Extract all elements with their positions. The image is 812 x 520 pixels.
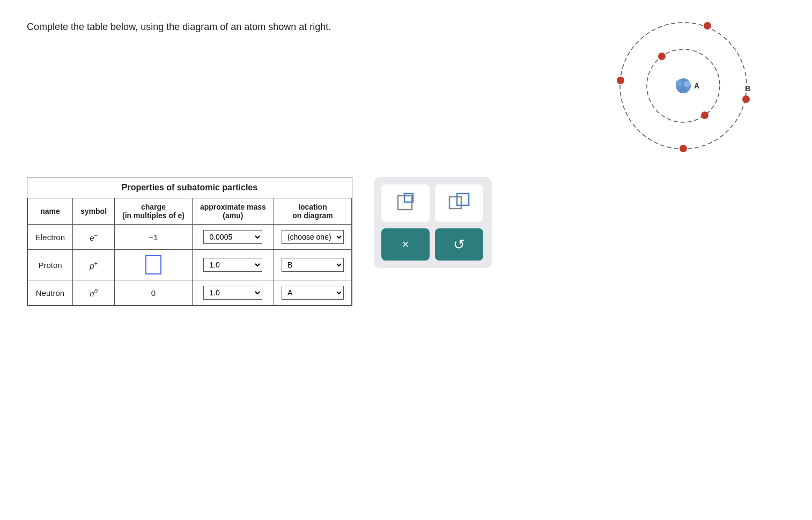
proton-symbol: p+ [73, 250, 115, 280]
bottom-section: Properties of subatomic particles name s… [27, 177, 785, 306]
label-B: B [745, 84, 750, 93]
svg-point-7 [701, 112, 708, 119]
electron-row: Electron e− −1 0.0005 1.0 [28, 225, 352, 250]
electron-mass-select[interactable]: 0.0005 1.0 [203, 230, 262, 244]
svg-point-6 [658, 53, 666, 60]
header-mass: approximate mass (amu) [192, 198, 274, 225]
proton-mass-select[interactable]: 1.0 0.0005 [203, 258, 262, 272]
neutron-charge: 0 [115, 280, 193, 306]
header-charge: charge (in multiples of e) [115, 198, 193, 225]
main-container: Complete the table below, using the diag… [0, 0, 812, 328]
header-location: location on diagram [274, 198, 351, 225]
electron-name: Electron [28, 225, 73, 250]
clear-button[interactable]: × [381, 228, 430, 261]
neutron-mass-select[interactable]: 1.0 0.0005 [203, 286, 262, 300]
svg-point-4 [684, 81, 690, 87]
top-section: Complete the table below, using the diag… [27, 21, 785, 155]
proton-charge-cell [115, 250, 193, 280]
header-symbol: symbol [73, 198, 115, 225]
table-header-row: name symbol charge (in multiples of e) a… [28, 198, 352, 225]
properties-table: Properties of subatomic particles name s… [27, 177, 352, 306]
svg-point-8 [704, 22, 711, 29]
proton-location-cell: B A (choose one) [274, 250, 351, 280]
table-title-row: Properties of subatomic particles [28, 177, 352, 198]
proton-location-select[interactable]: B A (choose one) [282, 258, 344, 272]
proton-row: Proton p+ 1.0 0.0005 [28, 250, 352, 280]
reset-button[interactable]: ↺ [435, 228, 483, 261]
neutron-location-select[interactable]: A B (choose one) [282, 286, 344, 300]
svg-point-10 [617, 77, 624, 84]
electron-charge: −1 [115, 225, 193, 250]
svg-point-5 [680, 87, 686, 93]
toolbar-top-row [381, 184, 484, 222]
neutron-location-cell: A B (choose one) [274, 280, 351, 306]
electron-symbol: e− [73, 225, 115, 250]
proton-name: Proton [28, 250, 73, 280]
single-box-button[interactable] [381, 184, 430, 222]
electron-location-cell: (choose one) A B [274, 225, 351, 250]
toolbar-bottom-row: × ↺ [381, 228, 484, 261]
svg-point-11 [680, 145, 687, 152]
electron-mass-cell: 0.0005 1.0 [192, 225, 274, 250]
single-box-icon [394, 191, 417, 215]
instruction-text: Complete the table below, using the diag… [27, 21, 331, 33]
clear-icon: × [402, 237, 409, 251]
svg-rect-15 [457, 194, 469, 205]
neutron-name: Neutron [28, 280, 73, 306]
proton-charge-input[interactable] [145, 255, 161, 274]
neutron-mass-cell: 1.0 0.0005 [192, 280, 274, 306]
header-name: name [28, 198, 73, 225]
svg-point-3 [676, 80, 682, 86]
proton-mass-cell: 1.0 0.0005 [192, 250, 274, 280]
double-box-icon [447, 191, 471, 215]
atom-diagram: A B [614, 16, 753, 155]
label-A: A [694, 81, 699, 90]
table-title: Properties of subatomic particles [28, 177, 352, 198]
neutron-row: Neutron n0 0 1.0 0.0005 [28, 280, 352, 306]
neutron-symbol: n0 [73, 280, 115, 306]
double-box-button[interactable] [435, 184, 483, 222]
electron-location-select[interactable]: (choose one) A B [282, 230, 344, 244]
toolbar-panel: × ↺ [374, 177, 492, 268]
reset-icon: ↺ [453, 236, 465, 253]
svg-rect-14 [449, 197, 461, 209]
svg-point-9 [742, 95, 750, 103]
table-container: Properties of subatomic particles name s… [27, 177, 352, 306]
